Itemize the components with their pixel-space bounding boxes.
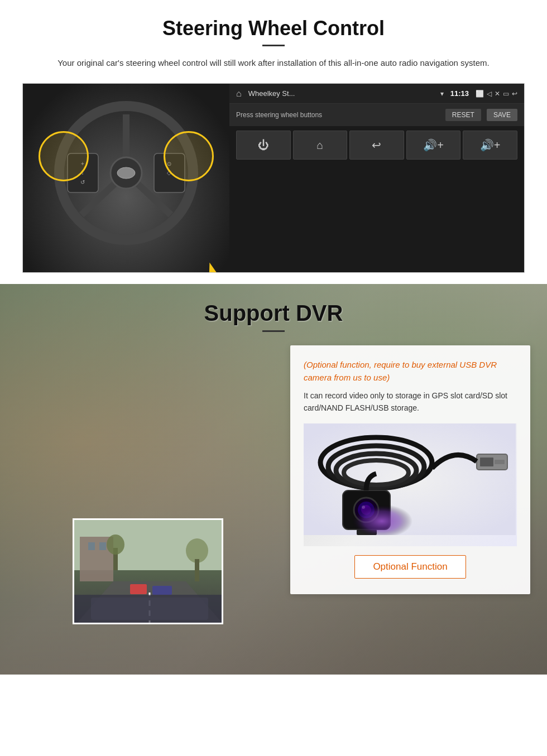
- yellow-circle-left: [39, 131, 89, 181]
- dvr-thumbnail: [73, 518, 223, 624]
- power-button[interactable]: ⏻: [236, 131, 291, 160]
- save-button[interactable]: SAVE: [487, 109, 517, 121]
- dvr-camera-svg: [304, 423, 516, 535]
- dvr-thumb-inner: [74, 520, 222, 623]
- dvr-optional-text: (Optional function, require to buy exter…: [304, 359, 517, 384]
- vol-up-button-1[interactable]: 🔊+: [406, 131, 461, 160]
- window-icon: ▭: [503, 90, 509, 98]
- dvr-section: Support DVR: [0, 284, 547, 675]
- swc-action-bar: Press steering wheel buttons RESET SAVE: [229, 104, 524, 126]
- svg-point-12: [117, 167, 135, 179]
- dvr-info-card: (Optional function, require to buy exter…: [290, 345, 530, 594]
- svg-rect-26: [91, 598, 208, 620]
- svg-rect-33: [480, 458, 493, 466]
- status-icons: ▾: [440, 90, 444, 98]
- swc-screen-header: ⌂ Wheelkey St... ▾ 11:13 ⬜ ◁ ✕ ▭ ↩: [229, 84, 524, 104]
- swc-image-area: + ↕ ↺ ⊙ ◇ ⌂: [22, 83, 525, 273]
- swc-bar-label: Press steering wheel buttons: [236, 111, 440, 119]
- swc-photo: + ↕ ↺ ⊙ ◇: [23, 84, 229, 272]
- home-button[interactable]: ⌂: [293, 131, 348, 160]
- dvr-title-block: Support DVR: [0, 284, 547, 332]
- right-icons: ⬜ ◁ ✕ ▭ ↩: [476, 90, 517, 98]
- volume-icon: ◁: [487, 90, 492, 98]
- dvr-camera-area: [304, 423, 517, 546]
- dvr-title-divider: [262, 330, 285, 332]
- back-button[interactable]: ↩: [349, 131, 404, 160]
- vol-up-button-2[interactable]: 🔊+: [463, 131, 517, 160]
- swc-screen: ⌂ Wheelkey St... ▾ 11:13 ⬜ ◁ ✕ ▭ ↩ Press…: [229, 84, 524, 272]
- dvr-title: Support DVR: [0, 301, 547, 326]
- home-icon: ⌂: [236, 89, 242, 99]
- swc-title: Steering Wheel Control: [22, 17, 525, 40]
- dvr-thumb-car: [74, 518, 223, 623]
- dvr-description: It can record video only to storage in G…: [304, 389, 517, 415]
- steering-wheel-section: Steering Wheel Control Your original car…: [0, 0, 547, 284]
- close-icon: ✕: [495, 90, 500, 98]
- swc-app-name: Wheelkey St...: [248, 89, 434, 98]
- swc-title-divider: [262, 45, 285, 46]
- swc-photo-inner: + ↕ ↺ ⊙ ◇: [23, 84, 229, 272]
- optional-function-button[interactable]: Optional Function: [354, 555, 466, 579]
- yellow-circle-right: [164, 131, 214, 181]
- svg-rect-34: [495, 460, 505, 464]
- camera-icon: ⬜: [476, 90, 484, 98]
- swc-function-buttons: ⏻ ⌂ ↩ 🔊+ 🔊+: [229, 126, 524, 164]
- reset-button[interactable]: RESET: [445, 109, 481, 121]
- swc-subtitle: Your original car's steering wheel contr…: [22, 56, 525, 70]
- swc-time: 11:13: [450, 89, 469, 98]
- wifi-icon: ▾: [440, 90, 444, 98]
- svg-text:↺: ↺: [80, 179, 85, 185]
- optional-function-btn-wrap: Optional Function: [304, 555, 517, 579]
- back-nav-icon: ↩: [512, 90, 517, 98]
